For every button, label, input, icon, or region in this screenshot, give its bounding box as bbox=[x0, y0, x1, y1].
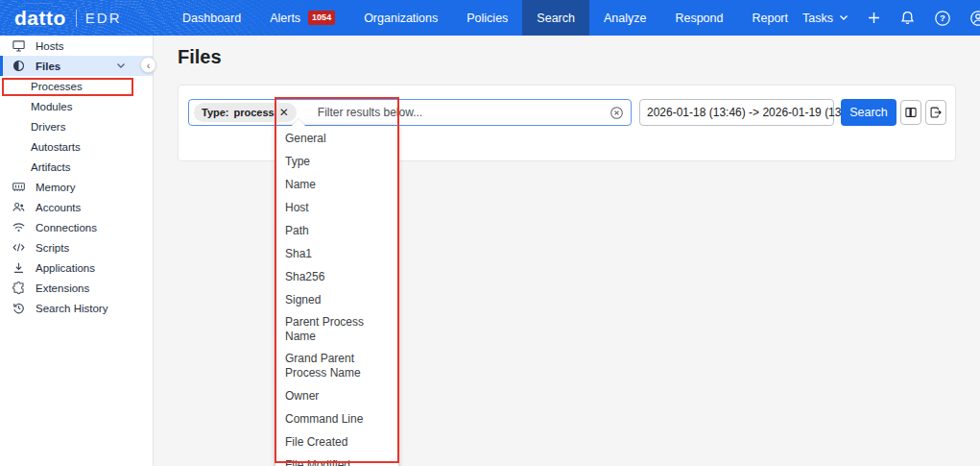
dropdown-item-name[interactable]: Name bbox=[275, 173, 398, 196]
dropdown-item-grand-parent-process-name[interactable]: Grand Parent Process Name bbox=[275, 348, 398, 384]
sidebar-item-artifacts[interactable]: Artifacts bbox=[0, 157, 153, 177]
filter-input-container[interactable]: Type: process ✕ bbox=[188, 99, 632, 126]
dropdown-item-owner[interactable]: Owner bbox=[275, 384, 398, 407]
code-icon bbox=[12, 240, 27, 256]
nav-item-organizations[interactable]: Organizations bbox=[349, 0, 452, 36]
left-sidebar: Hosts Files Processes Modules Drivers Au… bbox=[0, 36, 154, 466]
dropdown-item-sha256[interactable]: Sha256 bbox=[275, 265, 398, 288]
plus-icon[interactable] bbox=[867, 11, 881, 25]
sidebar-item-autostarts[interactable]: Autostarts bbox=[0, 136, 153, 157]
sidebar-item-connections[interactable]: Connections bbox=[0, 217, 153, 237]
sidebar-item-processes[interactable]: Processes bbox=[0, 76, 153, 96]
sidebar-item-search-history[interactable]: Search History bbox=[0, 298, 153, 318]
dropdown-list: General Type Name Host Path Sha1 Sha256 … bbox=[275, 127, 398, 466]
alerts-count-badge: 1054 bbox=[308, 11, 335, 25]
sidebar-item-files[interactable]: Files bbox=[0, 56, 153, 76]
dropdown-item-parent-process-name[interactable]: Parent Process Name bbox=[275, 311, 398, 348]
files-icon bbox=[12, 59, 27, 74]
account-menu[interactable] bbox=[969, 10, 980, 27]
nav-item-report[interactable]: Report bbox=[737, 0, 802, 36]
sidebar-item-memory[interactable]: Memory bbox=[0, 177, 153, 197]
dropdown-item-general[interactable]: General bbox=[275, 127, 398, 150]
nav-item-search[interactable]: Search bbox=[522, 0, 589, 36]
monitor-icon bbox=[12, 38, 27, 54]
clear-filter-icon[interactable] bbox=[610, 106, 624, 120]
dropdown-item-path[interactable]: Path bbox=[275, 219, 398, 242]
datto-logo: datto bbox=[14, 7, 66, 30]
puzzle-icon bbox=[12, 281, 27, 296]
nav-item-dashboard[interactable]: Dashboard bbox=[168, 0, 255, 36]
filter-input[interactable] bbox=[297, 106, 610, 119]
memory-icon bbox=[12, 180, 27, 195]
filter-field-dropdown: General Type Name Host Path Sha1 Sha256 … bbox=[275, 126, 398, 466]
history-icon bbox=[12, 301, 27, 316]
dropdown-item-signed[interactable]: Signed bbox=[275, 288, 398, 311]
account-icon bbox=[969, 10, 980, 27]
filter-chip-type[interactable]: Type: process ✕ bbox=[194, 103, 297, 122]
sidebar-item-extensions[interactable]: Extensions bbox=[0, 278, 153, 298]
tasks-menu[interactable]: Tasks bbox=[802, 12, 849, 25]
chevron-down-icon bbox=[116, 62, 126, 69]
main-content: Files Type: process ✕ 2026-01-18 (13:46)… bbox=[154, 36, 980, 466]
dropdown-item-command-line[interactable]: Command Line bbox=[275, 407, 398, 430]
sidebar-collapse-button[interactable]: ‹ bbox=[140, 57, 156, 73]
navbar-right-controls: Tasks ? bbox=[802, 0, 980, 36]
logo-divider bbox=[76, 10, 77, 27]
dropdown-item-file-modified[interactable]: File Modified bbox=[275, 454, 398, 466]
download-icon bbox=[12, 260, 27, 276]
product-name: EDR bbox=[85, 10, 122, 26]
sidebar-item-applications[interactable]: Applications bbox=[0, 258, 153, 278]
datto-edr-app: datto EDR Dashboard Alerts 1054 Organiza… bbox=[0, 0, 980, 466]
nav-item-respond[interactable]: Respond bbox=[660, 0, 737, 36]
sidebar-item-drivers[interactable]: Drivers bbox=[0, 116, 153, 136]
chip-remove-icon[interactable]: ✕ bbox=[279, 107, 289, 118]
nav-item-analyze[interactable]: Analyze bbox=[589, 0, 660, 36]
nav-item-policies[interactable]: Policies bbox=[452, 0, 522, 36]
svg-text:?: ? bbox=[940, 12, 945, 23]
top-navbar: datto EDR Dashboard Alerts 1054 Organiza… bbox=[0, 0, 980, 36]
help-icon[interactable]: ? bbox=[934, 10, 951, 27]
sidebar-nav-list: Hosts Files Processes Modules Drivers Au… bbox=[0, 36, 153, 318]
date-range-input[interactable]: 2026-01-18 (13:46) -> 2026-01-19 (13:46) bbox=[639, 99, 834, 126]
wifi-icon bbox=[12, 220, 27, 235]
dropdown-item-file-created[interactable]: File Created bbox=[275, 430, 398, 454]
dropdown-item-sha1[interactable]: Sha1 bbox=[275, 242, 398, 265]
chevron-down-icon bbox=[839, 14, 849, 21]
primary-nav: Dashboard Alerts 1054 Organizations Poli… bbox=[168, 0, 802, 36]
export-button[interactable] bbox=[925, 100, 946, 125]
columns-view-button[interactable] bbox=[900, 100, 921, 125]
dropdown-item-type[interactable]: Type bbox=[275, 150, 398, 173]
dropdown-item-host[interactable]: Host bbox=[275, 196, 398, 219]
bell-icon[interactable] bbox=[899, 10, 916, 26]
nav-item-alerts[interactable]: Alerts 1054 bbox=[255, 0, 349, 36]
brand-logo: datto EDR bbox=[0, 0, 168, 36]
accounts-icon bbox=[12, 200, 27, 215]
sidebar-item-scripts[interactable]: Scripts bbox=[0, 237, 153, 258]
page-title: Files bbox=[178, 46, 222, 68]
sidebar-item-accounts[interactable]: Accounts bbox=[0, 197, 153, 217]
search-button[interactable]: Search bbox=[841, 99, 896, 126]
sidebar-item-modules[interactable]: Modules bbox=[0, 96, 153, 116]
sidebar-item-hosts[interactable]: Hosts bbox=[0, 36, 153, 56]
